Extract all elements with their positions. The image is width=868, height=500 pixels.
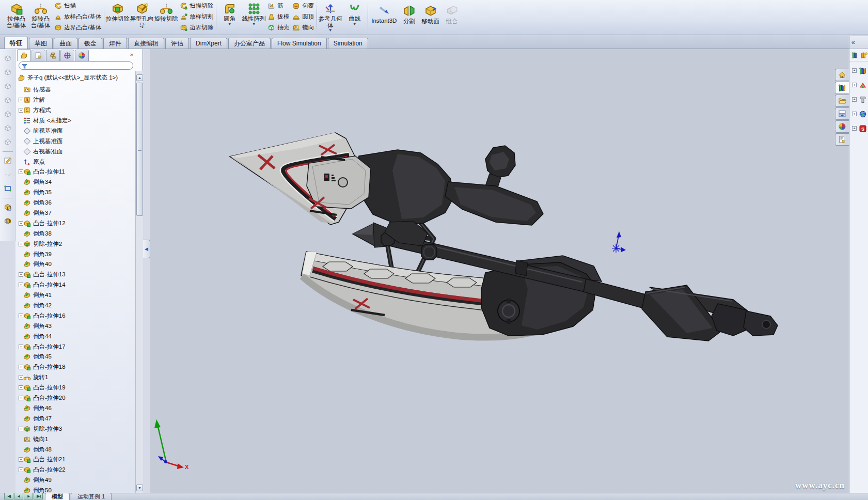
expand-plus-icon[interactable]: + <box>19 365 23 369</box>
tree-item[interactable]: 倒角48 <box>15 444 135 455</box>
expand-plus-icon[interactable]: + <box>19 169 23 174</box>
fm-display-tab[interactable] <box>75 50 89 61</box>
convert-entities-button[interactable] <box>2 182 14 195</box>
bottom-tab-运动算例 1[interactable]: 运动算例 1 <box>71 493 112 500</box>
dropdown-arrow-icon[interactable]: ▼ <box>328 28 333 32</box>
tab-办公室产品[interactable]: 办公室产品 <box>228 38 271 49</box>
tree-item[interactable]: +切除-拉伸3 <box>15 424 135 434</box>
tab-Flow Simulation[interactable]: Flow Simulation <box>272 38 327 49</box>
expand-plus-icon[interactable]: + <box>19 467 23 472</box>
panel-collapse-button[interactable]: ◀ <box>143 240 150 258</box>
ribbon-button-sweep[interactable]: 扫描 <box>53 1 103 11</box>
ribbon-button-loft-cut[interactable]: 放样切割 <box>178 11 215 22</box>
ribbon-button-fillet[interactable]: 圆角▼ <box>217 1 242 34</box>
bottom-tab-模型[interactable]: 模型 <box>45 493 70 500</box>
tree-item[interactable]: 倒角36 <box>15 198 135 208</box>
tree-item[interactable]: +凸台-拉伸14 <box>15 280 135 290</box>
tp-appearance-tab[interactable] <box>835 120 849 133</box>
tree-item[interactable]: +凸台-拉伸22 <box>15 465 135 475</box>
ribbon-button-split[interactable]: 分割 <box>399 0 419 33</box>
task-pane-item[interactable]: + <box>849 94 868 105</box>
tree-item[interactable]: 倒角34 <box>15 177 135 187</box>
view-cube-button[interactable] <box>2 52 14 65</box>
ribbon-button-draft[interactable]: 拔模 <box>266 11 291 22</box>
ribbon-button-dome[interactable]: 圆顶 <box>291 11 315 22</box>
tree-item[interactable]: +凸台-拉伸11 <box>15 167 135 177</box>
sketch-button[interactable] <box>2 154 14 167</box>
tree-item[interactable]: 倒角40 <box>15 259 135 270</box>
tab-直接编辑[interactable]: 直接编辑 <box>128 38 164 49</box>
ribbon-button-sweep-cut[interactable]: 扫描切除 <box>178 1 215 11</box>
ribbon-button-wrap[interactable]: 包覆 <box>291 1 315 11</box>
ribbon-button-instant3d[interactable]: Instant3D <box>369 0 399 33</box>
expand-plus-icon[interactable]: + <box>19 98 23 102</box>
feature-tree-scrollbar[interactable]: ▲ ▼ <box>135 71 143 493</box>
tree-item[interactable]: +凸台-拉伸21 <box>15 455 135 465</box>
tree-item[interactable]: 倒角50 <box>15 486 135 493</box>
fm-property-tab[interactable] <box>31 50 45 61</box>
tp-library-tab[interactable] <box>835 82 849 94</box>
extrude-b-button[interactable] <box>2 215 14 227</box>
expand-plus-icon[interactable]: + <box>19 272 23 277</box>
task-pane-item[interactable]: + <box>849 65 868 76</box>
tree-item[interactable]: 倒角47 <box>15 413 135 424</box>
expand-plus-icon[interactable]: + <box>852 112 857 116</box>
tab-DimXpert[interactable]: DimXpert <box>190 38 227 49</box>
expand-plus-icon[interactable]: + <box>19 385 23 390</box>
extrude-a-button[interactable] <box>2 201 14 213</box>
ribbon-button-curve[interactable]: 曲线▼ <box>342 1 367 34</box>
dropdown-arrow-icon[interactable]: ▼ <box>353 22 357 26</box>
tab-焊件[interactable]: 焊件 <box>103 38 127 49</box>
expand-plus-icon[interactable]: + <box>19 314 23 318</box>
ribbon-button-reference-geometry[interactable]: 参考几何体▼ <box>318 1 342 34</box>
tree-item[interactable]: 倒角46 <box>15 403 135 414</box>
tree-item[interactable]: +凸台-拉伸13 <box>15 270 135 280</box>
tree-item[interactable]: 倒角39 <box>15 249 135 259</box>
tree-item[interactable]: 材质 <未指定> <box>15 116 135 126</box>
tree-item[interactable]: 原点 <box>15 157 135 167</box>
panel-overflow-icon[interactable]: » <box>130 51 133 57</box>
tp-palette-tab[interactable] <box>835 107 849 120</box>
task-pane-item[interactable]: +S <box>849 123 868 134</box>
ribbon-button-rib[interactable]: 筋 <box>266 1 291 11</box>
expand-plus-icon[interactable]: + <box>19 427 23 431</box>
fm-dimxpert-tab[interactable] <box>60 50 74 61</box>
nav-last-button[interactable] <box>34 493 43 499</box>
ribbon-button-shell[interactable]: 抽壳 <box>266 22 291 33</box>
tree-item[interactable]: +凸台-拉伸17 <box>15 341 135 352</box>
tree-item[interactable]: 上视基准面 <box>15 136 135 146</box>
task-pane-item[interactable]: + <box>849 80 868 90</box>
expand-plus-icon[interactable]: + <box>19 108 23 113</box>
tree-item[interactable]: 传感器 <box>15 85 135 95</box>
tp-folder-tab[interactable] <box>835 95 849 107</box>
view-cube-button[interactable] <box>2 80 14 92</box>
tree-item[interactable]: 镜向1 <box>15 434 135 444</box>
tree-item[interactable]: 倒角44 <box>15 331 135 341</box>
ribbon-button-boundary-cut[interactable]: 边界切除 <box>178 22 215 33</box>
tree-item[interactable]: +凸台-拉伸20 <box>15 393 135 403</box>
expand-plus-icon[interactable]: + <box>852 126 857 131</box>
feature-filter-box[interactable] <box>19 61 133 70</box>
tree-item[interactable]: +Σ方程式 <box>15 105 135 116</box>
graphics-area[interactable]: X www.ayc.cn <box>150 49 849 493</box>
scrollbar-thumb[interactable] <box>136 83 143 216</box>
view-cube-iso-button[interactable] <box>2 136 14 148</box>
tree-item[interactable]: 倒角42 <box>15 301 135 311</box>
nav-prev-button[interactable] <box>14 493 23 499</box>
feature-filter-input[interactable] <box>28 62 123 69</box>
sketch-gray-button[interactable] <box>2 168 14 181</box>
expand-plus-icon[interactable]: + <box>852 68 857 73</box>
tree-item[interactable]: +A注解 <box>15 95 135 105</box>
tp-lib-add-button[interactable] <box>851 51 859 59</box>
ribbon-button-loft[interactable]: 放样凸台/基体 <box>53 11 103 22</box>
tab-评估[interactable]: 评估 <box>165 38 189 49</box>
scroll-up-icon[interactable]: ▲ <box>136 74 143 81</box>
ribbon-button-cut-extrude[interactable]: 拉伸切除 <box>105 1 130 34</box>
task-pane-item[interactable]: + <box>849 108 868 119</box>
ribbon-button-boss-extrude[interactable]: 拉伸凸台/基体 <box>4 1 28 34</box>
ribbon-button-linear-pattern[interactable]: 线性阵列▼ <box>242 1 266 34</box>
scroll-down-icon[interactable]: ▼ <box>136 485 143 491</box>
expand-plus-icon[interactable]: + <box>19 221 23 226</box>
expand-plus-icon[interactable]: + <box>19 283 23 287</box>
expand-plus-icon[interactable]: + <box>852 83 857 87</box>
